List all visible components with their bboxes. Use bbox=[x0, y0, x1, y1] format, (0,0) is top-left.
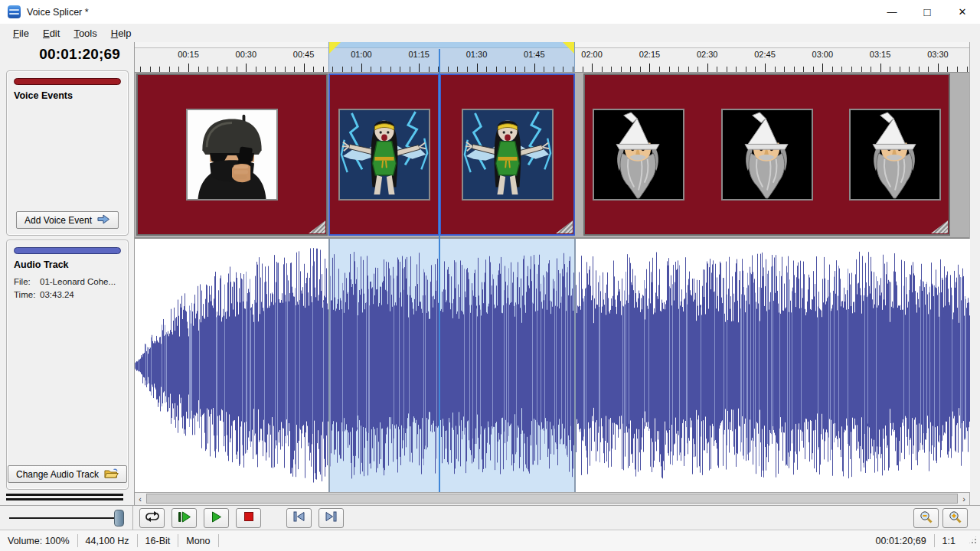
play-all-button[interactable] bbox=[172, 508, 197, 528]
ruler-label: 03:30 bbox=[927, 50, 949, 59]
zoom-buttons bbox=[913, 508, 968, 528]
zoom-out-button[interactable] bbox=[913, 508, 939, 528]
status-sample-rate: 44,100 Hz bbox=[78, 536, 137, 546]
waveform-canvas[interactable] bbox=[135, 239, 970, 492]
menu-tools[interactable]: Tools bbox=[67, 26, 103, 41]
ruler-tick bbox=[688, 67, 689, 72]
ruler-tick bbox=[861, 67, 862, 72]
video-clip-witch-a[interactable] bbox=[328, 73, 439, 236]
waveform-area[interactable] bbox=[135, 239, 969, 492]
ruler-tick bbox=[871, 67, 871, 72]
zoom-slider-thumb[interactable] bbox=[114, 510, 124, 527]
change-audio-track-label: Change Audio Track bbox=[16, 469, 99, 480]
menu-edit[interactable]: Edit bbox=[36, 26, 67, 41]
minimize-button[interactable]: — bbox=[874, 0, 910, 24]
ruler-label: 03:00 bbox=[812, 50, 834, 59]
ruler-tick bbox=[371, 67, 371, 72]
ruler-tick bbox=[477, 64, 478, 72]
timeline-ruler[interactable]: 00:1500:3000:4501:0001:1501:3001:4502:00… bbox=[135, 42, 969, 73]
scrollbar-thumb[interactable] bbox=[146, 494, 958, 504]
close-button[interactable]: ✕ bbox=[945, 0, 980, 24]
status-position: 00:01:20;69 bbox=[868, 536, 934, 546]
play-button[interactable] bbox=[204, 508, 229, 528]
ruler-tick bbox=[544, 67, 544, 72]
ruler-tick bbox=[159, 67, 160, 72]
ruler-tick bbox=[554, 67, 554, 72]
window-controls: —□✕ bbox=[874, 0, 980, 24]
selection-top-tint bbox=[329, 42, 574, 48]
ruler-tick bbox=[880, 64, 881, 72]
loop-button[interactable] bbox=[139, 508, 165, 528]
add-voice-event-button[interactable]: Add Voice Event bbox=[16, 211, 119, 229]
statusbar-separator bbox=[218, 534, 219, 547]
ruler-tick bbox=[563, 67, 564, 72]
ruler-tick bbox=[900, 67, 900, 72]
ruler-tick bbox=[419, 64, 420, 72]
zoom-slider-track[interactable] bbox=[9, 517, 122, 519]
zoom-in-button[interactable] bbox=[942, 508, 968, 528]
maximize-button[interactable]: □ bbox=[910, 0, 945, 24]
content: 00:01:20;69 Voice Events Add Voice Event… bbox=[0, 42, 980, 505]
titlebar: Voice Splicer * —□✕ bbox=[0, 0, 980, 24]
ruler-tick bbox=[285, 67, 286, 72]
ruler-label: 00:45 bbox=[293, 50, 315, 59]
ruler-tick bbox=[304, 64, 305, 72]
clip-thumbnail-wizard bbox=[721, 109, 813, 201]
clip-resize-grip[interactable] bbox=[931, 220, 948, 233]
video-clip-soldier[interactable] bbox=[136, 73, 328, 236]
ruler-tick bbox=[429, 67, 430, 72]
skip-start-button[interactable] bbox=[286, 508, 312, 528]
ruler-tick bbox=[505, 67, 506, 72]
clip-resize-grip[interactable] bbox=[556, 220, 573, 233]
change-audio-track-button[interactable]: Change Audio Track bbox=[8, 465, 127, 483]
ruler-tick bbox=[178, 67, 179, 72]
time-value: 03:43.24 bbox=[40, 290, 74, 299]
ruler-tick bbox=[467, 67, 468, 72]
playhead[interactable] bbox=[439, 49, 440, 492]
ruler-tick bbox=[188, 64, 189, 72]
scroll-right-arrow[interactable]: › bbox=[959, 493, 969, 505]
selection-end-marker[interactable] bbox=[563, 42, 574, 54]
ruler-tick bbox=[765, 64, 766, 72]
clip-thumbnail-soldier bbox=[186, 109, 278, 201]
ruler-tick bbox=[217, 67, 218, 72]
play-icon bbox=[211, 511, 222, 525]
clip-resize-grip[interactable] bbox=[309, 220, 325, 233]
ruler-tick bbox=[275, 67, 276, 72]
sidebar-grip-line[interactable] bbox=[6, 494, 123, 496]
ruler-tick bbox=[361, 64, 362, 72]
ruler-tick bbox=[678, 67, 679, 72]
video-clip-witch-b[interactable] bbox=[439, 73, 575, 236]
window-resize-grip[interactable] bbox=[968, 535, 978, 545]
zoom-out-icon bbox=[920, 510, 933, 526]
menu-help[interactable]: Help bbox=[104, 26, 139, 41]
zoom-slider[interactable] bbox=[0, 506, 133, 530]
sidebar-grip-line[interactable] bbox=[6, 498, 123, 500]
horizontal-scrollbar[interactable]: ‹ › bbox=[135, 492, 969, 505]
selection-start-marker[interactable] bbox=[329, 42, 341, 54]
ruler-label: 02:30 bbox=[697, 50, 718, 59]
ruler-tick bbox=[649, 64, 650, 72]
scroll-left-arrow[interactable]: ‹ bbox=[135, 493, 145, 505]
ruler-tick bbox=[707, 64, 708, 72]
stop-button[interactable] bbox=[236, 508, 261, 528]
menu-file[interactable]: File bbox=[6, 26, 36, 41]
ruler-label: 00:15 bbox=[178, 50, 199, 59]
app-window: Voice Splicer * —□✕ FileEditToolsHelp 00… bbox=[0, 0, 980, 551]
ruler-tick bbox=[381, 67, 381, 72]
ruler-tick bbox=[928, 67, 929, 72]
zoom-in-icon bbox=[949, 510, 962, 526]
ruler-tick bbox=[169, 67, 170, 72]
skip-end-button[interactable] bbox=[318, 508, 344, 528]
ruler-tick bbox=[909, 67, 910, 72]
app-icon bbox=[8, 5, 21, 18]
statusbar: Volume: 100%44,100 Hz16-BitMono 00:01:20… bbox=[0, 530, 980, 551]
audio-track-info: File:01-Leonard Cohe... Time:03:43.24 bbox=[14, 276, 123, 302]
sidebar: 00:01:20;69 Voice Events Add Voice Event… bbox=[0, 42, 134, 505]
ruler-tick bbox=[400, 67, 400, 72]
ruler-tick bbox=[237, 67, 237, 72]
ruler-tick bbox=[621, 67, 622, 72]
file-label: File: bbox=[14, 276, 40, 289]
video-clip-wizard[interactable] bbox=[583, 73, 950, 236]
clip-thumbnail-wizard bbox=[849, 109, 941, 201]
